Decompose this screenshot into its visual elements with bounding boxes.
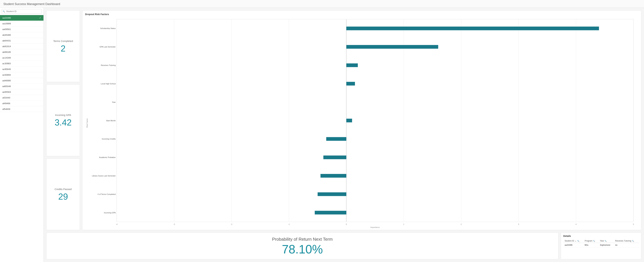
student-item[interactable]: ac85649 (0, 66, 44, 72)
svg-text:0: 0 (346, 223, 347, 225)
svg-rect-42 (117, 19, 634, 222)
search-box (0, 8, 44, 15)
student-item[interactable]: ac14349 (0, 55, 44, 61)
svg-rect-25 (346, 63, 358, 67)
svg-text:Start Month: Start Month (106, 120, 116, 122)
incoming-gpa-label: Incoming GPA (55, 114, 71, 116)
student-item[interactable]: ad65046 (0, 83, 44, 89)
y-axis-label: Risk Factor (85, 17, 88, 229)
svg-text:-2: -2 (230, 223, 232, 225)
probability-value: 78.10% (282, 243, 323, 255)
svg-text:-4: -4 (116, 223, 118, 225)
svg-text:Academic Probation: Academic Probation (99, 156, 116, 158)
column-label: Year (600, 240, 604, 242)
svg-text:1: 1 (403, 223, 404, 225)
probability-card: Probability of Return Next Term 78.10% (46, 233, 558, 259)
student-item[interactable]: ab64431 (0, 38, 44, 44)
student-item[interactable]: ad46995 (0, 78, 44, 83)
chart-area: Risk Factor -4-3-2-1012345ImportanceScho… (85, 17, 638, 229)
svg-text:GPA Last Semester: GPA Last Semester (100, 46, 116, 48)
table-cell: Sophomore (598, 243, 614, 248)
stat-cards: Terms Completed 2 Incoming GPA 3.42 Cred… (46, 10, 80, 230)
svg-text:Scholarship Status: Scholarship Status (100, 27, 116, 29)
student-item[interactable]: af33440 (0, 95, 44, 101)
details-column-header: Year🔍 (598, 239, 614, 243)
details-title: Details (563, 235, 639, 237)
app-title: Student Success Management Dashboard (0, 0, 644, 8)
search-input[interactable] (2, 9, 42, 13)
student-item[interactable]: ab99185 (0, 49, 44, 55)
svg-text:-1: -1 (288, 223, 290, 225)
sort-icon[interactable]: ▲ (575, 240, 576, 242)
student-item[interactable]: aa33396 (0, 15, 44, 21)
terms-completed-card: Terms Completed 2 (46, 10, 80, 82)
student-item[interactable]: ac30983 (0, 61, 44, 66)
svg-text:# of Terms Completed: # of Terms Completed (98, 193, 116, 195)
credits-passed-label: Credits Passed (54, 188, 72, 191)
svg-rect-34 (324, 156, 346, 159)
table-cell: aa33396 (563, 243, 583, 248)
svg-text:Local High School: Local High School (101, 83, 116, 85)
details-column-header: Program🔍 (583, 239, 598, 243)
bar-chart-svg: -4-3-2-1012345ImportanceScholarship Stat… (88, 17, 638, 229)
svg-rect-30 (346, 119, 352, 122)
column-search-icon[interactable]: 🔍 (632, 240, 634, 242)
table-row: aa33396BSc.Sophomoreno (563, 243, 639, 248)
svg-text:Library Scans Last Semester: Library Scans Last Semester (92, 175, 116, 177)
search-icon-wrap (2, 9, 42, 13)
svg-text:Receives Tutoring: Receives Tutoring (101, 64, 116, 66)
column-label: Student ID (564, 240, 574, 242)
svg-rect-36 (320, 174, 346, 178)
chart-title: Dropout Risk Factors (85, 13, 638, 15)
main-layout: aa33396aa16889aa59561ab45480ab64431ab919… (0, 8, 644, 262)
sidebar: aa33396aa16889aa59561ab45480ab64431ab919… (0, 8, 44, 262)
svg-text:Importance: Importance (370, 226, 380, 228)
student-item[interactable]: af54839 (0, 106, 44, 112)
student-item[interactable]: aa59561 (0, 26, 44, 32)
credits-passed-card: Credits Passed 29 (46, 159, 80, 230)
column-search-icon[interactable]: 🔍 (593, 240, 595, 242)
app-title-bar: Student Success Management Dashboard (0, 0, 644, 8)
bottom-row: Probability of Return Next Term 78.10% D… (46, 233, 641, 259)
svg-rect-38 (318, 192, 346, 196)
incoming-gpa-card: Incoming GPA 3.42 (46, 84, 80, 156)
svg-text:Year: Year (112, 101, 116, 103)
dropout-risk-chart-card: Dropout Risk Factors Risk Factor -4-3-2-… (82, 10, 641, 230)
main-content: Terms Completed 2 Incoming GPA 3.42 Cred… (44, 8, 644, 262)
svg-text:2: 2 (461, 223, 462, 225)
svg-text:3: 3 (518, 223, 519, 225)
details-column-header: Student ID▲🔍 (563, 239, 583, 243)
svg-rect-40 (315, 211, 346, 215)
details-table: Student ID▲🔍Program🔍Year🔍Receives Tutori… (563, 239, 639, 248)
student-item[interactable]: ab45480 (0, 32, 44, 38)
chart-inner: -4-3-2-1012345ImportanceScholarship Stat… (88, 17, 638, 229)
student-item[interactable]: ac93894 (0, 72, 44, 78)
details-column-header: Receives Tutoring🔍 (614, 239, 639, 243)
credits-passed-value: 29 (58, 192, 68, 201)
table-cell: BSc. (583, 243, 598, 248)
incoming-gpa-value: 3.42 (54, 118, 72, 127)
svg-text:Incoming Credits: Incoming Credits (102, 138, 116, 140)
svg-text:-3: -3 (173, 223, 175, 225)
svg-rect-32 (326, 137, 346, 141)
svg-text:Incoming GPA: Incoming GPA (104, 212, 116, 214)
terms-completed-label: Terms Completed (53, 39, 73, 42)
column-search-icon[interactable]: 🔍 (577, 240, 579, 242)
svg-rect-21 (346, 26, 599, 30)
probability-label: Probability of Return Next Term (272, 237, 333, 242)
student-item[interactable]: ae95563 (0, 89, 44, 95)
terms-completed-value: 2 (61, 44, 66, 53)
student-item[interactable]: af49466 (0, 101, 44, 106)
details-card: Details Student ID▲🔍Program🔍Year🔍Receive… (561, 233, 641, 259)
student-item[interactable]: ab91914 (0, 44, 44, 49)
svg-text:5: 5 (633, 223, 634, 225)
table-cell: no (614, 243, 639, 248)
svg-text:4: 4 (576, 223, 576, 225)
svg-rect-27 (346, 82, 355, 86)
svg-rect-23 (346, 45, 438, 49)
column-label: Program (584, 240, 592, 242)
student-item[interactable]: aa16889 (0, 21, 44, 26)
column-search-icon[interactable]: 🔍 (604, 240, 606, 242)
top-row: Terms Completed 2 Incoming GPA 3.42 Cred… (46, 10, 641, 230)
student-list: aa33396aa16889aa59561ab45480ab64431ab919… (0, 15, 44, 262)
